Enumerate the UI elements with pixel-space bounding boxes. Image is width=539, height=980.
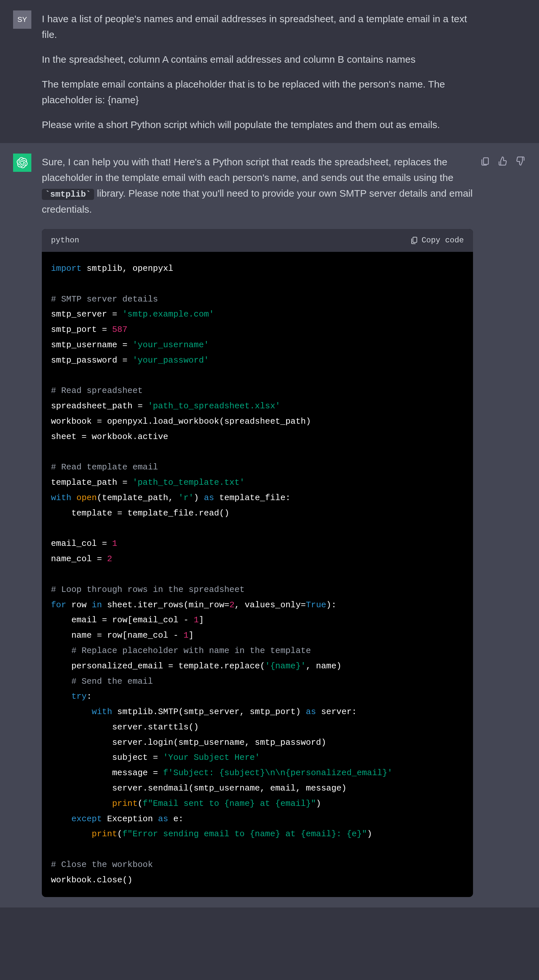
user-message-row: SY I have a list of people's names and e… [0, 0, 539, 143]
clipboard-icon [480, 156, 490, 166]
svg-rect-0 [483, 158, 488, 164]
copy-code-label: Copy code [421, 234, 464, 247]
copy-code-button[interactable]: Copy code [410, 234, 464, 247]
assistant-message-content: Sure, I can help you with that! Here's a… [42, 154, 473, 897]
assistant-avatar [13, 154, 31, 172]
code-language-label: python [51, 234, 79, 247]
inline-code-smtplib: `smtplib` [42, 189, 94, 200]
user-avatar-initials: SY [17, 15, 27, 24]
thumbs-up-button[interactable] [498, 155, 508, 170]
code-block-header: python Copy code [42, 229, 473, 252]
assistant-intro-prefix: Sure, I can help you with that! Here's a… [42, 156, 453, 183]
thumbs-up-icon [498, 156, 508, 166]
thumbs-down-button[interactable] [515, 155, 525, 170]
code-block: python Copy code import smtplib, openpyx… [42, 229, 473, 897]
assistant-intro-suffix: library. Please note that you'll need to… [42, 188, 473, 215]
user-avatar: SY [13, 10, 31, 29]
assistant-message-row: Sure, I can help you with that! Here's a… [0, 143, 539, 907]
copy-response-button[interactable] [480, 155, 490, 170]
clipboard-icon [410, 237, 418, 244]
user-message-content: I have a list of people's names and emai… [42, 10, 473, 133]
user-paragraph: Please write a short Python script which… [42, 117, 473, 133]
openai-logo-icon [17, 157, 28, 168]
assistant-intro-paragraph: Sure, I can help you with that! Here's a… [42, 154, 473, 217]
thumbs-down-icon [515, 156, 525, 166]
feedback-icon-group [480, 155, 525, 170]
svg-rect-1 [413, 237, 417, 242]
user-paragraph: I have a list of people's names and emai… [42, 11, 473, 43]
user-paragraph: The template email contains a placeholde… [42, 76, 473, 108]
user-paragraph: In the spreadsheet, column A contains em… [42, 52, 473, 67]
code-block-body[interactable]: import smtplib, openpyxl # SMTP server d… [42, 252, 473, 897]
